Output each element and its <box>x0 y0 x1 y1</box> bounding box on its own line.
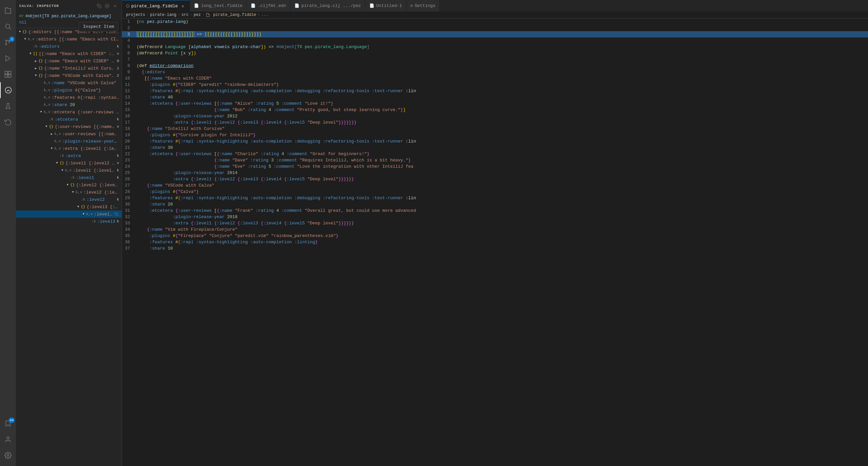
tree-item-16[interactable]: k,v :plugin-release-year 2018 <box>16 137 122 145</box>
tree-item-24[interactable]: :k :level2 k <box>16 196 122 203</box>
code-line-33: 33 :extra {:level1 {:level2 {:level3 {:l… <box>122 220 868 226</box>
code-line-26: 26 :extra {:level1 {:level2 {:level3 {:l… <box>122 176 868 182</box>
tree-item-25[interactable]: ▼ {} {:level3 {:level4 {:level5 "Deep le… <box>16 203 122 211</box>
code-line-28: 28 :plugins #{"Calva"} <box>122 189 868 195</box>
tree-item-19[interactable]: ▼ {} {:level1 {:level2 {:level3 {:level4… <box>16 159 122 167</box>
inspect-item-tooltip[interactable]: Inspect Item <box>79 22 118 31</box>
tree-item-5[interactable]: ▶ {} {:name "Emacs with CIDER" :plugins … <box>16 57 122 65</box>
tree-arrow-15[interactable]: ▶ <box>49 132 54 136</box>
tree-item-26[interactable]: ▼ k,v :level3 {:level4 {:level5 "Deep le… <box>16 211 122 218</box>
tree-arrow-5[interactable]: ▶ <box>33 59 38 63</box>
inspector-header-actions <box>96 3 118 9</box>
tree-badge-7: 2 <box>115 73 119 77</box>
tree-arrow-7[interactable]: ▼ <box>33 74 38 77</box>
tree-arrow-22[interactable]: ▼ <box>65 183 70 187</box>
close-header-btn[interactable] <box>112 3 118 9</box>
run-icon[interactable] <box>0 51 16 66</box>
tree-item-2[interactable]: ▼ k,v :editors [{:name "Emacs with CIDER… <box>16 35 122 43</box>
tree-item-27[interactable]: :k :level3 k <box>16 218 122 225</box>
tree-badge-3: k <box>115 44 119 49</box>
code-line-21: 21 :share 30 <box>122 145 868 151</box>
tab-pirate-lang-fiddle[interactable]: ⬡ pirate_lang.fiddle ✕ <box>122 0 190 11</box>
tree-arrow-23[interactable]: ▼ <box>70 191 75 194</box>
tab-pirate-lang-clj[interactable]: 📄 pirate_lang.clj .../pez <box>290 0 365 11</box>
tree-arrow-12[interactable]: ▼ <box>38 111 44 114</box>
tree-item-8[interactable]: k,v :name "VSCode with Calva" <box>16 79 122 87</box>
breadcrumb-ellipsis: ... <box>261 12 269 17</box>
tree-arrow-2[interactable]: ▼ <box>23 37 28 41</box>
code-line-11: 11 :plugins #{"CIDER" "paredit" "rainbow… <box>122 82 868 88</box>
tree-badge-24: k <box>115 197 119 201</box>
tree-item-3[interactable]: :k :editors k <box>16 43 122 50</box>
breadcrumb-pez[interactable]: pez <box>194 12 201 17</box>
bookmark-icon[interactable]: 44 <box>0 415 16 432</box>
tree-item-12[interactable]: ▼ k,v :etcetera {:user-reviews [{:name "… <box>16 108 122 116</box>
inspect-header-btn[interactable] <box>104 3 111 9</box>
tree-item-6[interactable]: ▶ {} {:name "IntelliJ with Cursive" :plu… <box>16 65 122 72</box>
code-line-15: 15 {:name "Bob" :rating 4 :comment "Pret… <box>122 107 868 113</box>
tree-badge-20: k <box>115 168 119 172</box>
tree-copy-btn-26[interactable] <box>114 212 119 217</box>
tree-arrow-1[interactable]: ▼ <box>17 30 23 33</box>
tree-arrow-25[interactable]: ▼ <box>75 205 81 209</box>
settings-icon[interactable] <box>0 447 16 463</box>
breadcrumb-file[interactable]: pirate_lang.fiddle <box>206 12 256 17</box>
tree-arrow-6[interactable]: ▶ <box>33 67 38 70</box>
tree-badge-13: k <box>115 117 119 121</box>
tree-item-11[interactable]: k,v :share 20 <box>16 101 122 108</box>
search-icon[interactable] <box>0 19 16 34</box>
tab-long-text-fiddle[interactable]: 📄 long_text.fiddle <box>190 0 247 11</box>
svg-marker-19 <box>206 13 209 17</box>
tree-item-4[interactable]: ▼ [] [{:name "Emacs with CIDER" :plugins… <box>16 50 122 57</box>
tree-item-14[interactable]: ▼ {} {:user-reviews [{:name "Frank" :rat… <box>16 123 122 130</box>
tree-arrow-14[interactable]: ▼ <box>44 125 49 128</box>
svg-point-2 <box>6 44 7 45</box>
tree-item-13[interactable]: :k :etcetera k <box>16 116 122 123</box>
tree-item-22[interactable]: ▼ {} {:level2 {:level3 {:level4 {:level5… <box>16 181 122 189</box>
svg-line-1 <box>9 28 11 30</box>
inspector-tree[interactable]: ▼ {} {:editors [{:name "Emacs with CIDER… <box>16 28 122 466</box>
tree-arrow-19[interactable]: ▼ <box>54 161 60 165</box>
tree-item-10[interactable]: k,v :features #{:repl :syntax-highlighti… <box>16 94 122 101</box>
tree-item-17[interactable]: ▼ k,v :extra {:level1 {:level2 {:level3 … <box>16 145 122 152</box>
tree-arrow-17[interactable]: ▼ <box>49 147 54 150</box>
tree-item-20[interactable]: ▼ k,v :level1 {:level2 {:level3 {:level4… <box>16 167 122 174</box>
tree-arrow-20[interactable]: ▼ <box>60 169 65 172</box>
tree-item-18[interactable]: :k :extra k <box>16 152 122 159</box>
git-history-icon[interactable] <box>0 114 16 130</box>
tree-item-9[interactable]: k,v :plugins #{"Calva"} <box>16 87 122 94</box>
tree-item-21[interactable]: :k :level1 k <box>16 174 122 181</box>
tab-cljfmt-edn[interactable]: 📄 .cljfmt.edn <box>247 0 290 11</box>
tree-badge-5: 0 <box>115 59 119 63</box>
calva-icon[interactable] <box>0 82 16 98</box>
svg-rect-18 <box>116 214 118 216</box>
bookmark-badge: 44 <box>9 417 14 423</box>
account-icon[interactable] <box>0 432 16 447</box>
tab-settings[interactable]: ⚙ Settings <box>406 0 440 11</box>
code-line-25: 25 :plugin-release-year 2014 <box>122 170 868 176</box>
extensions-icon[interactable] <box>0 66 16 82</box>
code-editor[interactable]: 1 (ns pez.pirate-lang) 2 3 [[[[[[[[[[[]]… <box>122 19 868 466</box>
breadcrumb-src[interactable]: src <box>181 12 189 17</box>
code-line-18: 18 {:name "IntelliJ with Cursive" <box>122 126 868 132</box>
source-control-icon[interactable]: 1 <box>0 34 16 51</box>
tab-untitled-1[interactable]: 📄 Untitled-1 <box>365 0 406 11</box>
copy-header-btn[interactable] <box>96 3 102 9</box>
breadcrumb-projects[interactable]: projects <box>126 12 145 17</box>
code-line-34: 34 {:name "Vim with Fireplace/Conjure" <box>122 226 868 233</box>
tree-arrow-26[interactable]: ▼ <box>81 213 86 216</box>
code-line-13: 13 :share 40 <box>122 94 868 100</box>
tree-item-7[interactable]: ▼ {} {:name "VSCode with Calva" :plugins… <box>16 72 122 79</box>
tab-close-pirate-lang[interactable]: ✕ <box>180 3 186 9</box>
main-editor-area: ⬡ pirate_lang.fiddle ✕ 📄 long_text.fiddl… <box>122 0 868 466</box>
tree-item-23[interactable]: ▼ k,v :level2 {:level3 {:level4 {:level5… <box>16 189 122 196</box>
svg-point-11 <box>7 437 9 439</box>
svg-rect-9 <box>8 74 11 77</box>
explorer-icon[interactable] <box>0 3 16 19</box>
flask-icon[interactable] <box>0 98 16 114</box>
code-line-1: 1 (ns pez.pirate-lang) <box>122 19 868 25</box>
tree-item-15[interactable]: ▶ k,v :user-reviews [{:name "Frank" :rat… <box>16 130 122 137</box>
breadcrumb-pirate-lang[interactable]: pirate-lang <box>150 12 176 17</box>
tree-arrow-4[interactable]: ▼ <box>28 52 33 55</box>
code-line-32: 32 :plugin-release-year 2018 <box>122 214 868 220</box>
